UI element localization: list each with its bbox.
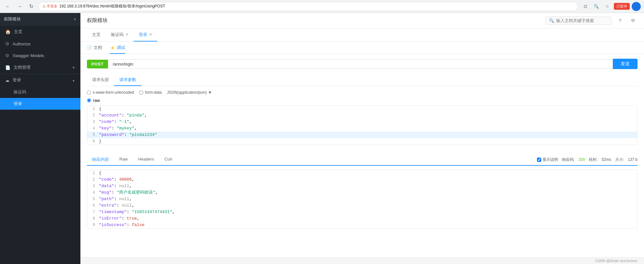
code-line-4: 4 "key": "mykey", [87, 125, 637, 132]
json-dropdown[interactable]: JSON(application/json) ▼ [167, 90, 212, 95]
app-container: 权限模块 ▼ 🏠 主页 ⚙ Authorize ⚙ Swagger Models… [0, 13, 644, 264]
radio-urlencoded[interactable]: x-www-form-urlencoded [87, 90, 134, 95]
address-bar[interactable]: ⚠ 不安全 192.168.3.19:8764/doc.html#/权限模块/登… [38, 2, 578, 11]
tab-login[interactable]: 登录 ✕ [134, 29, 157, 42]
bookmark-button[interactable]: ☆ [603, 2, 612, 11]
tab-home[interactable]: 主页 [87, 29, 106, 42]
response-body: 1 { 2 "code": 40006, 3 "data": null, 4 "… [87, 170, 638, 229]
status-label: 响应码: [562, 157, 575, 162]
swagger-icon: ⚙ [5, 53, 9, 58]
sidebar-group-doc-mgmt-left: 📄 文档管理 [5, 65, 30, 70]
sidebar-group-doc-mgmt-header[interactable]: 📄 文档管理 ▼ [0, 61, 80, 74]
sidebar: 权限模块 ▼ 🏠 主页 ⚙ Authorize ⚙ Swagger Models… [0, 13, 80, 264]
response-tab-curl[interactable]: Curl [159, 154, 177, 166]
tab-verification-close[interactable]: ✕ [125, 32, 128, 37]
resp-line-3: 3 "data": null, [87, 183, 637, 189]
help-button[interactable]: ? [615, 16, 625, 25]
doc-icon: 📄 [87, 45, 92, 50]
tab-login-close[interactable]: ✕ [149, 32, 152, 37]
forward-button[interactable]: → [15, 2, 24, 11]
page-title: 权限模块 [87, 17, 108, 24]
time-value: 52ms [602, 157, 611, 162]
resp-line-9: 9 "isSuccess": false [87, 222, 637, 228]
debug-tab[interactable]: ⚡ 调试 [110, 45, 125, 54]
lang-button[interactable]: 中 [628, 16, 638, 25]
profile-button[interactable]: 👤 [632, 2, 641, 11]
sidebar-sub-item-login[interactable]: 登录 [0, 98, 80, 110]
radio-raw-input[interactable] [87, 98, 91, 102]
debug-tab-label: 调试 [117, 45, 125, 51]
content-area: 📄 文档 ⚡ 调试 POST /anno/login 发送 请求头部 [80, 42, 644, 257]
sidebar-group-doc-mgmt-label: 文档管理 [14, 65, 30, 70]
radio-formdata-label: form-data [145, 90, 161, 95]
module-selector[interactable]: 权限模块 ▼ [0, 13, 80, 26]
module-selector-chevron: ▼ [73, 18, 77, 21]
code-line-2: 2 "account": "pinda", [87, 112, 637, 119]
doc-mgmt-icon: 📄 [5, 65, 10, 70]
response-tab-headers[interactable]: Headers [133, 154, 159, 166]
request-body-editor[interactable]: 1 { 2 "account": "pinda", 3 "code": "-1"… [87, 105, 638, 145]
request-headers-tab[interactable]: 请求头部 [87, 74, 114, 86]
tab-home-label: 主页 [92, 32, 101, 38]
tab-verification[interactable]: 验证码 ✕ [106, 29, 134, 42]
search-input[interactable] [556, 18, 608, 23]
sidebar-item-authorize-label: Authorize [13, 42, 30, 46]
endpoint-row: POST /anno/login 发送 [87, 59, 638, 69]
tab-login-label: 登录 [139, 32, 147, 38]
code-line-3: 3 "code": "-1", [87, 119, 637, 125]
reload-button[interactable]: ↻ [27, 2, 36, 11]
top-header-actions: 🔍 ? 中 [545, 16, 638, 25]
sidebar-item-swagger-models[interactable]: ⚙ Swagger Models [0, 50, 80, 61]
response-tab-content[interactable]: 响应内容 [87, 154, 114, 166]
raw-option: raw [87, 98, 638, 103]
endpoint-section: POST /anno/login 发送 请求头部 请求参数 x-www-form… [80, 54, 644, 149]
sidebar-group-doc-mgmt: 📄 文档管理 ▼ [0, 61, 80, 74]
doc-tab[interactable]: 📄 文档 [87, 45, 102, 54]
json-dropdown-chevron: ▼ [208, 90, 212, 95]
resp-line-6: 6 "extra": null, [87, 202, 637, 209]
endpoint-path: /anno/login [108, 59, 613, 69]
show-desc-checkbox[interactable] [537, 158, 541, 162]
radio-urlencoded-input[interactable] [87, 90, 91, 95]
show-desc-label: 显示说明 [543, 157, 558, 162]
home-icon: 🏠 [5, 29, 11, 34]
time-label: 耗时: [589, 157, 598, 162]
response-meta: 显示说明 响应码: 200 耗时: 52ms 大小: 137 b [537, 157, 638, 162]
sidebar-item-authorize[interactable]: ⚙ Authorize [0, 38, 80, 50]
translate-button[interactable]: ⊡ [581, 2, 590, 11]
paused-button[interactable]: 已暂停 [614, 3, 630, 10]
doc-mgmt-chevron: ▼ [72, 66, 75, 69]
sidebar-item-home[interactable]: 🏠 主页 [0, 26, 80, 38]
raw-label: raw [93, 98, 100, 103]
doc-tab-label: 文档 [94, 45, 102, 51]
code-line-6: 6 } [87, 138, 637, 145]
zoom-button[interactable]: 🔍 [592, 2, 601, 11]
size-value: 137 b [628, 157, 638, 162]
main-content: 权限模块 🔍 ? 中 主页 验证码 ✕ 登录 ✕ [80, 13, 644, 264]
send-button[interactable]: 发送 [613, 59, 638, 69]
code-line-1: 1 { [87, 106, 637, 112]
search-icon: 🔍 [549, 18, 554, 23]
request-params-tab[interactable]: 请求参数 [114, 74, 141, 86]
response-tab-raw[interactable]: Raw [114, 154, 133, 166]
response-section: 响应内容 Raw Headers Curl 显示说明 响应码: 200 耗时: [80, 149, 644, 257]
sidebar-group-login-label: 登录 [13, 77, 21, 83]
size-label: 大小: [615, 157, 624, 162]
back-button[interactable]: ← [3, 2, 12, 11]
radio-urlencoded-label: x-www-form-urlencoded [93, 90, 134, 95]
sidebar-group-login: ☁ 登录 ▲ 验证码 登录 [0, 74, 80, 110]
request-sub-tabs: 请求头部 请求参数 [87, 74, 638, 86]
search-wrap[interactable]: 🔍 [545, 17, 612, 25]
login-group-icon: ☁ [5, 78, 9, 83]
authorize-icon: ⚙ [5, 41, 9, 46]
sidebar-sub-item-verification-label: 验证码 [14, 90, 26, 94]
sidebar-group-login-header[interactable]: ☁ 登录 ▲ [0, 74, 80, 86]
footer: CSDN @Smile sea breeze [80, 257, 644, 264]
browser-chrome: ← → ↻ ⚠ 不安全 192.168.3.19:8764/doc.html#/… [0, 0, 644, 13]
footer-text: CSDN @Smile sea breeze [595, 259, 638, 263]
sidebar-sub-item-verification[interactable]: 验证码 [0, 86, 80, 98]
radio-formdata-input[interactable] [139, 90, 143, 95]
radio-formdata[interactable]: form-data [139, 90, 161, 95]
sidebar-item-home-label: 主页 [14, 29, 22, 35]
show-desc-wrap[interactable]: 显示说明 [537, 157, 558, 162]
